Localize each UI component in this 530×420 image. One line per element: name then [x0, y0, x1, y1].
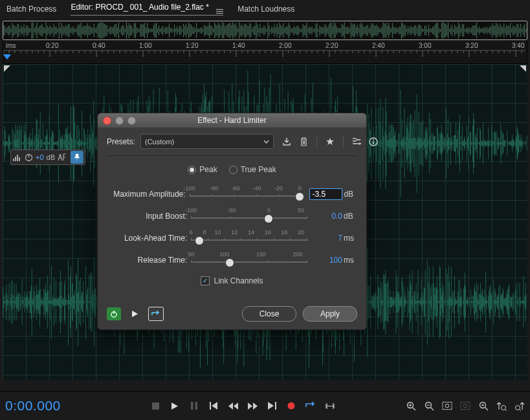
svg-rect-14: [15, 157, 16, 161]
overview-waveform[interactable]: [3, 21, 527, 40]
zoom-in-time-icon[interactable]: [478, 401, 489, 411]
svg-point-43: [481, 404, 483, 406]
apply-button[interactable]: Apply: [303, 306, 357, 322]
max-amplitude-value[interactable]: -3.5: [309, 188, 342, 200]
corner-marker-tl: [4, 65, 10, 72]
svg-rect-13: [13, 159, 14, 161]
power-toggle[interactable]: [107, 307, 121, 320]
svg-text:1:20: 1:20: [186, 42, 199, 49]
release-value[interactable]: 100: [314, 256, 342, 265]
presets-dropdown[interactable]: (Custom): [140, 134, 274, 149]
zoom-in-point-icon[interactable]: [496, 401, 507, 411]
zoom-selection-icon[interactable]: [460, 401, 470, 411]
zoom-full-icon[interactable]: [442, 401, 452, 411]
effect-dialog: Effect - Hard Limiter Presets: (Custom): [97, 113, 367, 330]
svg-rect-27: [210, 402, 211, 410]
dialog-titlebar[interactable]: Effect - Hard Limiter: [98, 113, 366, 127]
svg-text:2:40: 2:40: [372, 42, 385, 49]
rewind-button[interactable]: [228, 401, 238, 411]
zoom-in-icon[interactable]: [406, 401, 416, 411]
zoom-out-point-icon[interactable]: [514, 401, 525, 411]
link-channels-checkbox[interactable]: ✓: [201, 276, 210, 285]
svg-text:0:20: 0:20: [46, 42, 59, 49]
skip-forward-button[interactable]: [267, 401, 277, 411]
svg-text:3:40: 3:40: [512, 42, 525, 49]
svg-rect-16: [19, 157, 20, 161]
window-max-traffic[interactable]: [127, 116, 136, 125]
loop-preview-button[interactable]: [148, 307, 164, 321]
param-release: Release Time: 50100150200 100 ms: [107, 249, 357, 271]
delete-preset-icon[interactable]: [298, 137, 309, 147]
slider-release[interactable]: 50100150200: [191, 251, 307, 269]
window-min-traffic[interactable]: [115, 116, 124, 125]
pin-button[interactable]: [71, 151, 83, 164]
corner-marker-tr: [520, 65, 526, 72]
window-close-traffic[interactable]: [103, 116, 111, 125]
limiter-mode-row: Peak True Peak: [107, 165, 357, 174]
timecode-display[interactable]: 0:00.000: [5, 398, 61, 414]
favorite-star-icon[interactable]: [325, 137, 335, 147]
tab-editor[interactable]: Editor: PROCD_ 001_ Audio file_2.flac *: [71, 3, 223, 16]
svg-point-38: [445, 404, 449, 408]
meter-value: +0: [36, 153, 44, 161]
ruler-label: ims: [6, 42, 16, 49]
tab-match-loudness[interactable]: Match Loudness: [237, 5, 294, 14]
slider-input-boost[interactable]: -100-50050: [191, 207, 307, 225]
svg-rect-26: [195, 402, 198, 410]
skip-back-button[interactable]: [208, 401, 219, 411]
zoom-out-icon[interactable]: [424, 401, 434, 411]
param-max-amplitude: Maximum Amplitude: -100-80-60-40-200 -3.…: [107, 183, 357, 205]
record-button[interactable]: [286, 401, 296, 411]
svg-line-42: [485, 407, 488, 410]
svg-line-35: [430, 407, 434, 410]
input-boost-value[interactable]: 0.0: [314, 212, 342, 221]
svg-text:1:00: 1:00: [139, 42, 152, 49]
svg-point-40: [463, 404, 467, 408]
hamburger-icon[interactable]: [216, 9, 223, 14]
channel-map-icon[interactable]: [351, 137, 362, 147]
svg-point-29: [288, 403, 295, 410]
timeline-ruler[interactable]: ims 0:20 0:40 1:00 1:20 1:40 2:00 2:20 2…: [3, 40, 527, 64]
svg-text:0:40: 0:40: [93, 42, 105, 49]
meter-unit: dB: [47, 153, 55, 161]
transport-bar: 0:00.000: [0, 391, 530, 420]
ruler-svg: ims 0:20 0:40 1:00 1:20 1:40 2:00 2:20 2…: [3, 40, 525, 63]
svg-rect-39: [461, 402, 470, 409]
slider-look-ahead[interactable]: 68101214161820: [191, 229, 307, 247]
svg-rect-25: [191, 402, 193, 410]
playhead-top[interactable]: [3, 54, 11, 60]
channel-meter-box[interactable]: +0 dB: [10, 149, 85, 165]
stop-button[interactable]: [150, 401, 160, 411]
effects-fx-icon[interactable]: [58, 153, 67, 162]
svg-point-20: [373, 139, 374, 140]
svg-text:3:20: 3:20: [465, 42, 478, 49]
param-look-ahead: Look-Ahead Time: 68101214161820 7 ms: [107, 227, 357, 249]
skip-selection-button[interactable]: [325, 401, 335, 411]
svg-text:2:00: 2:00: [279, 42, 292, 49]
radio-dot-icon: [229, 166, 237, 174]
tab-batch-process[interactable]: Batch Process: [6, 5, 56, 14]
svg-line-45: [505, 409, 507, 411]
waveform-editor[interactable]: +0 dB Effect - Hard Limiter Presets: (Cu…: [3, 64, 527, 380]
save-preset-icon[interactable]: [282, 137, 292, 147]
editor-tab-label: Editor: PROCD_ 001_ Audio file_2.flac *: [71, 3, 208, 12]
separator: [316, 136, 317, 148]
info-icon[interactable]: [368, 137, 379, 147]
radio-true-peak[interactable]: True Peak: [229, 165, 276, 174]
top-bar: Batch Process Editor: PROCD_ 001_ Audio …: [0, 0, 530, 18]
svg-point-46: [516, 405, 520, 410]
svg-rect-24: [152, 403, 159, 410]
look-ahead-value[interactable]: 7: [314, 234, 342, 243]
loop-button[interactable]: [305, 401, 316, 411]
close-button[interactable]: Close: [242, 306, 296, 322]
dialog-title: Effect - Hard Limiter: [98, 116, 366, 125]
fast-forward-button[interactable]: [247, 401, 258, 411]
preview-play-button[interactable]: [127, 307, 142, 320]
svg-rect-37: [443, 402, 452, 409]
radio-peak[interactable]: Peak: [188, 165, 217, 174]
pause-button[interactable]: [189, 401, 199, 411]
play-button[interactable]: [170, 401, 180, 411]
slider-max-amplitude[interactable]: -100-80-60-40-200: [190, 185, 304, 203]
meter-bars-icon: [12, 153, 21, 162]
radio-dot-icon: [188, 166, 196, 174]
